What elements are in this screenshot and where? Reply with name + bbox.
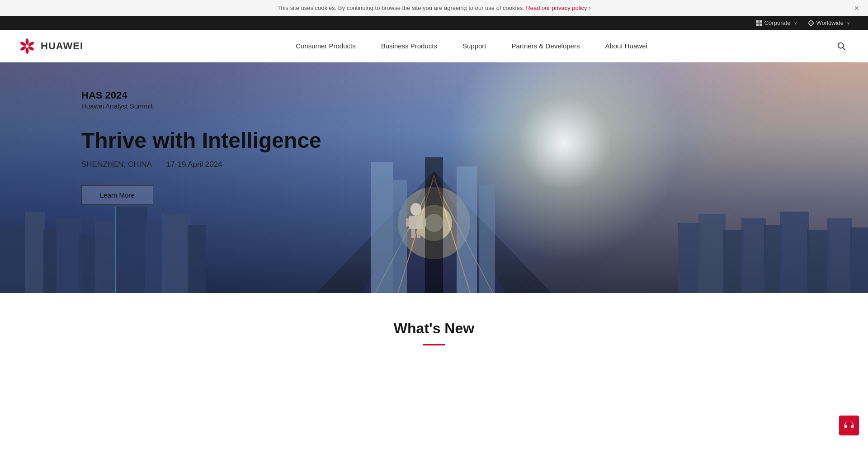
hero-date: SHENZHEN, CHINA 17-19 April 2024 <box>81 160 787 169</box>
svg-rect-45 <box>807 230 830 293</box>
whats-new-section: What's New <box>0 293 868 364</box>
worldwide-link[interactable]: Worldwide ∨ <box>808 19 850 26</box>
learn-more-button[interactable]: Learn More <box>81 185 153 205</box>
nav-about-huawei[interactable]: About Huawei <box>592 30 660 62</box>
svg-rect-33 <box>79 234 97 293</box>
svg-rect-47 <box>850 227 868 293</box>
cookie-close-button[interactable]: × <box>854 4 859 12</box>
huawei-logo-icon <box>18 37 36 55</box>
svg-point-10 <box>26 47 29 54</box>
nav-links: Consumer Products Business Products Supp… <box>110 30 833 62</box>
svg-rect-39 <box>678 223 701 293</box>
svg-rect-1 <box>760 20 762 22</box>
svg-rect-3 <box>760 23 762 25</box>
whats-new-title: What's New <box>18 320 850 337</box>
svg-point-13 <box>838 43 844 48</box>
hero-date-range: 17-19 April 2024 <box>166 160 222 169</box>
svg-rect-0 <box>756 20 759 22</box>
hero-location: SHENZHEN, CHINA <box>81 160 152 169</box>
hero-event-sublabel: Huawei Analyst Summit <box>81 102 787 110</box>
hero-content: HAS 2024 Huawei Analyst Summit Thrive wi… <box>0 62 868 232</box>
cookie-text: This site uses cookies. By continuing to… <box>277 5 524 11</box>
hero-banner: HAS 2024 Huawei Analyst Summit Thrive wi… <box>0 62 868 293</box>
svg-rect-31 <box>43 230 59 293</box>
nav-partners-developers[interactable]: Partners & Developers <box>499 30 593 62</box>
svg-point-7 <box>26 38 29 45</box>
whats-new-underline <box>423 344 445 345</box>
svg-line-14 <box>843 47 845 50</box>
svg-rect-29 <box>0 225 27 293</box>
svg-rect-2 <box>756 23 759 25</box>
search-button[interactable] <box>833 38 850 55</box>
nav-consumer-products[interactable]: Consumer Products <box>283 30 368 62</box>
logo-link[interactable]: HUAWEI <box>18 37 83 55</box>
corporate-link[interactable]: Corporate ∨ <box>756 19 797 26</box>
nav-support[interactable]: Support <box>450 30 499 62</box>
hero-title: Thrive with Intelligence <box>81 128 787 153</box>
hero-event-label: HAS 2024 <box>81 90 787 101</box>
privacy-policy-link[interactable]: Read our privacy policy › <box>526 5 590 11</box>
nav-business-products[interactable]: Business Products <box>368 30 450 62</box>
globe-icon <box>808 20 814 26</box>
top-bar: Corporate ∨ Worldwide ∨ <box>0 16 868 30</box>
logo-text: HUAWEI <box>41 40 83 52</box>
search-icon <box>836 41 846 51</box>
cookie-banner: This site uses cookies. By continuing to… <box>0 0 868 16</box>
svg-rect-41 <box>723 230 744 293</box>
main-nav: HUAWEI Consumer Products Business Produc… <box>0 30 868 62</box>
svg-rect-38 <box>188 225 206 293</box>
svg-rect-36 <box>145 223 165 293</box>
grid-icon <box>756 20 762 26</box>
svg-rect-43 <box>764 225 782 293</box>
